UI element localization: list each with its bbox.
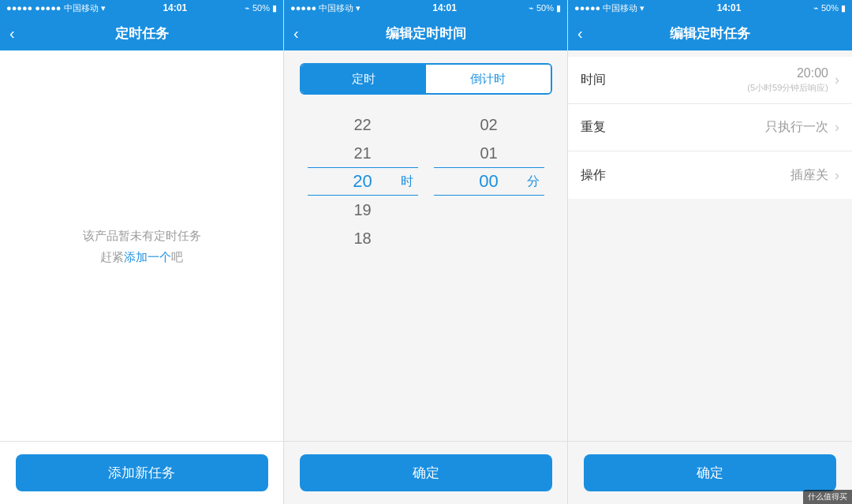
wifi-icon-1: ▾: [101, 3, 106, 13]
tab-countdown[interactable]: 倒计时: [426, 65, 551, 93]
confirm-button-3[interactable]: 确定: [584, 454, 836, 491]
repeat-label: 重复: [581, 119, 636, 136]
empty-content: 该产品暂未有定时任务 赶紧添加一个吧: [0, 50, 283, 441]
settings-item-repeat[interactable]: 重复 只执行一次 ›: [568, 104, 852, 151]
back-button-2[interactable]: ‹: [293, 24, 299, 43]
panel1-footer: 添加新任务: [0, 441, 283, 504]
panel3-content: 时间 20:00 (5小时59分钟后响应) › 重复 只执行一次 › 操作: [568, 50, 852, 441]
time-picker[interactable]: 22 21 20 时 19 18 02 01 00 分: [300, 110, 552, 252]
battery-3: 50%: [821, 3, 839, 13]
empty-line2-post: 吧: [171, 250, 183, 263]
panel-scheduled-tasks: ●●●●● ●●●●● 中国移动 ▾ 14:01 ⌁ 50% ▮ ‹ 定时任务 …: [0, 0, 284, 504]
nav-title-3: 编辑定时任务: [670, 24, 750, 43]
repeat-value: 只执行一次: [765, 119, 828, 136]
panel-edit-task: ●●●●● 中国移动 ▾ 14:01 ⌁ 50% ▮ ‹ 编辑定时任务 时间 2…: [568, 0, 852, 504]
nav-title-1: 定时任务: [115, 24, 169, 43]
nav-title-2: 编辑定时时间: [386, 24, 466, 43]
panel2-content: 定时 倒计时 22 21 20 时 19 18: [284, 50, 567, 441]
battery-2: 50%: [536, 3, 554, 13]
time-1: 14:01: [163, 2, 187, 13]
action-value-wrap: 插座关: [636, 167, 828, 184]
nav-bar-2: ‹ 编辑定时时间: [284, 16, 567, 50]
signal-2: ●●●●●: [290, 3, 316, 13]
bt-icon-3: ⌁: [813, 3, 819, 13]
hour-21: 21: [308, 139, 418, 167]
tab-bar: 定时 倒计时: [300, 63, 552, 95]
hour-19: 19: [308, 196, 418, 224]
action-label: 操作: [581, 167, 636, 184]
tab-timer[interactable]: 定时: [301, 65, 426, 93]
status-bar-3: ●●●●● 中国移动 ▾ 14:01 ⌁ 50% ▮: [568, 0, 852, 16]
hour-22: 22: [308, 110, 418, 139]
settings-item-time[interactable]: 时间 20:00 (5小时59分钟后响应) ›: [568, 57, 852, 104]
back-button-3[interactable]: ‹: [577, 24, 583, 43]
empty-line2-pre: 赶紧: [100, 250, 124, 263]
hour-label: 时: [401, 174, 413, 190]
signal-1: ●●●●●: [6, 3, 32, 13]
empty-message: 该产品暂未有定时任务 赶紧添加一个吧: [83, 225, 201, 267]
nav-bar-1: ‹ 定时任务: [0, 16, 283, 50]
minute-02: 02: [434, 110, 544, 139]
wifi-icon-2: ▾: [356, 3, 361, 13]
time-value: 20:00: [797, 66, 828, 80]
minute-01: 01: [434, 139, 544, 167]
bt-icon-1: ⌁: [245, 3, 250, 13]
time-value-wrap: 20:00 (5小时59分钟后响应): [636, 66, 828, 94]
chevron-icon-time: ›: [835, 72, 839, 88]
wifi-icon-3: ▾: [640, 3, 645, 13]
signal-3: ●●●●●: [574, 3, 600, 13]
empty-line1: 该产品暂未有定时任务: [83, 229, 201, 242]
settings-item-action[interactable]: 操作 插座关 ›: [568, 151, 852, 199]
action-value: 插座关: [790, 167, 828, 184]
add-link[interactable]: 添加一个: [124, 250, 171, 263]
minute-empty1: [434, 196, 544, 224]
battery-icon-1: ▮: [272, 3, 277, 13]
chevron-icon-repeat: ›: [835, 119, 839, 136]
hour-18: 18: [308, 224, 418, 252]
status-bar-2: ●●●●● 中国移动 ▾ 14:01 ⌁ 50% ▮: [284, 0, 567, 16]
app-container: ●●●●● ●●●●● 中国移动 ▾ 14:01 ⌁ 50% ▮ ‹ 定时任务 …: [0, 0, 852, 504]
chevron-icon-action: ›: [835, 167, 839, 184]
time-label: 时间: [581, 72, 636, 88]
panel-edit-time: ●●●●● 中国移动 ▾ 14:01 ⌁ 50% ▮ ‹ 编辑定时时间 定时 倒…: [284, 0, 568, 504]
time-3: 14:01: [717, 2, 742, 13]
panel2-footer: 确定: [284, 441, 567, 504]
hours-column: 22 21 20 时 19 18: [308, 110, 418, 252]
battery-1: 50%: [252, 3, 270, 13]
repeat-value-wrap: 只执行一次: [636, 119, 828, 136]
minute-empty2: [434, 224, 544, 252]
minute-label: 分: [527, 174, 540, 190]
carrier-2: 中国移动: [319, 2, 353, 14]
battery-icon-2: ▮: [556, 3, 561, 13]
add-new-task-button[interactable]: 添加新任务: [16, 454, 268, 491]
battery-icon-3: ▮: [841, 3, 846, 13]
back-button-1[interactable]: ‹: [9, 24, 15, 43]
status-bar-1: ●●●●● ●●●●● 中国移动 ▾ 14:01 ⌁ 50% ▮: [0, 0, 283, 16]
time-sub: (5小时59分钟后响应): [747, 82, 828, 94]
hour-20-selected: 20 时: [308, 167, 418, 196]
confirm-button-2[interactable]: 确定: [300, 454, 552, 491]
minutes-column: 02 01 00 分: [434, 110, 544, 252]
minute-00-selected: 00 分: [434, 167, 544, 196]
watermark: 什么值得买: [803, 490, 852, 504]
carrier-3: 中国移动: [603, 2, 637, 14]
carrier-1: ●●●●● 中国移动: [35, 2, 98, 14]
nav-bar-3: ‹ 编辑定时任务: [568, 16, 852, 50]
time-2: 14:01: [432, 2, 457, 13]
settings-list: 时间 20:00 (5小时59分钟后响应) › 重复 只执行一次 › 操作: [568, 57, 852, 199]
bt-icon-2: ⌁: [529, 3, 534, 13]
